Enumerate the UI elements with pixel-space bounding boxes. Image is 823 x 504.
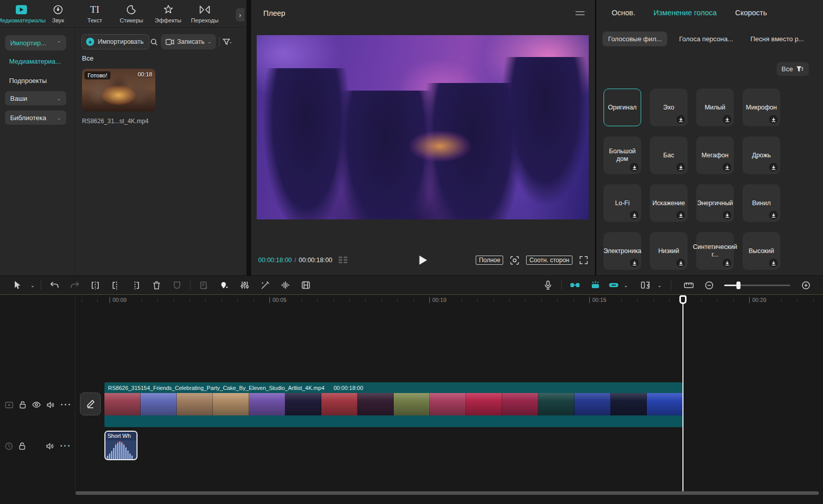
subtab-character-voices[interactable]: Голоса персона...: [673, 32, 738, 46]
voice-card-15[interactable]: Высокий: [743, 232, 780, 270]
subtab-voice-filters[interactable]: Голосовые фил...: [602, 32, 667, 46]
voice-card-7[interactable]: Дрожь: [743, 136, 780, 174]
playhead-handle[interactable]: [679, 295, 687, 304]
voice-card-14[interactable]: Синтетический г...: [696, 232, 734, 270]
tab-stickers[interactable]: Стикеры: [113, 0, 150, 27]
import-button[interactable]: + Импортировать: [81, 34, 149, 49]
filter-button[interactable]: ⌄: [223, 38, 233, 45]
trim-left-icon[interactable]: [105, 277, 126, 293]
snap-toggle-icon[interactable]: [565, 277, 585, 293]
voice-card-9[interactable]: Искажение: [650, 184, 688, 222]
voice-card-6[interactable]: Мегафон: [696, 136, 734, 174]
player-menu-icon[interactable]: [575, 11, 585, 15]
microphone-icon[interactable]: [538, 277, 558, 293]
tab-text[interactable]: TI Текст: [76, 0, 113, 27]
sidebar-item-subprojects[interactable]: Подпроекты: [9, 77, 47, 85]
import-button-label: Импортировать: [98, 38, 144, 45]
properties-tabs: Основ. Изменение голоса Скорость: [596, 0, 823, 25]
undo-icon[interactable]: [44, 277, 65, 293]
trim-right-icon[interactable]: [126, 277, 146, 293]
voice-card-5[interactable]: Бас: [650, 136, 688, 174]
zoom-in-icon[interactable]: [795, 277, 816, 293]
tab-transitions[interactable]: Переходы: [186, 0, 223, 27]
tab-speed[interactable]: Скорость: [735, 9, 767, 17]
voice-card-12[interactable]: Электроника: [603, 232, 641, 270]
camera-icon: [166, 39, 174, 45]
frame-view-icon[interactable]: [339, 257, 347, 264]
timeline-ruler-icon[interactable]: [678, 277, 699, 293]
voice-card-0[interactable]: Оригинал: [603, 89, 641, 126]
eye-icon[interactable]: [32, 402, 41, 408]
sidebar-item-yours[interactable]: Ваши ⌄: [5, 91, 66, 105]
sidebar-item-media[interactable]: Медиаматериа...: [9, 58, 61, 65]
tab-voice-change[interactable]: Изменение голоса: [653, 9, 717, 17]
record-button[interactable]: Записать ⌄: [161, 34, 216, 49]
zoom-out-icon[interactable]: [699, 277, 719, 293]
adjust-icon[interactable]: [234, 277, 255, 293]
subtab-song-instead[interactable]: Песня вместо р...: [745, 32, 809, 46]
audio-wave-icon[interactable]: [275, 277, 295, 293]
lock-icon[interactable]: [19, 442, 25, 450]
voice-card-1[interactable]: Эхо: [650, 89, 688, 126]
link-toggle-icon[interactable]: [606, 277, 622, 293]
mask-icon[interactable]: [167, 277, 187, 293]
filmstrip-thumbnail: [285, 393, 321, 415]
chevron-down-icon[interactable]: ⌄: [28, 277, 38, 293]
tab-effects-label: Эффекты: [155, 17, 181, 23]
smart-script-icon[interactable]: [194, 277, 214, 293]
voice-card-3[interactable]: Микрофон: [743, 89, 780, 126]
delete-icon[interactable]: [146, 277, 167, 293]
media-content: + Импортировать Записать ⌄ ⌄: [75, 28, 246, 275]
timeline-toolbar: ⌄: [0, 276, 823, 294]
focus-zoom-icon[interactable]: [510, 256, 519, 265]
marker-icon[interactable]: [214, 277, 234, 293]
tab-media[interactable]: Медиаматериалы: [3, 0, 40, 27]
lock-icon[interactable]: [19, 401, 26, 409]
quality-button[interactable]: Полное: [476, 256, 503, 265]
chevron-down-icon[interactable]: ⌄: [622, 277, 630, 293]
timeline[interactable]: 00:0000:0500:1000:1500:20 ··· ···: [0, 294, 823, 504]
more-options-icon[interactable]: ···: [61, 400, 72, 409]
voice-card-2[interactable]: Милый: [696, 89, 734, 126]
timeline-ruler[interactable]: 00:0000:0500:1000:1500:20: [0, 295, 823, 306]
aspect-ratio-button[interactable]: Соотн. сторон: [526, 256, 572, 265]
voice-card-10[interactable]: Энергичный: [696, 184, 734, 222]
voice-card-8[interactable]: Lo-Fi: [603, 184, 641, 222]
timeline-zoom-slider[interactable]: [724, 285, 790, 286]
tab-effects[interactable]: Эффекты: [150, 0, 186, 27]
play-button[interactable]: [419, 256, 427, 265]
tab-basic[interactable]: Основ.: [612, 9, 635, 17]
select-cursor-icon[interactable]: [7, 277, 28, 293]
fullscreen-icon[interactable]: [580, 256, 588, 264]
edit-cover-button[interactable]: [80, 393, 101, 415]
ruler-label: 00:05: [269, 297, 287, 303]
horizontal-scrollbar[interactable]: [75, 491, 819, 495]
sidebar-item-imported[interactable]: Импортир... ⌃: [5, 35, 66, 50]
playhead[interactable]: [679, 295, 687, 493]
voice-card-4[interactable]: Большой дом: [603, 136, 641, 174]
voice-card-11[interactable]: Винил: [743, 184, 780, 222]
player-video-preview[interactable]: [257, 35, 589, 219]
timeline-video-clip[interactable]: RS8626_315154_Friends_Celebrating_Party_…: [104, 382, 683, 427]
track-split-icon[interactable]: [635, 277, 655, 293]
redo-icon[interactable]: [65, 277, 85, 293]
tab-audio[interactable]: Звук: [40, 0, 76, 27]
search-icon[interactable]: [150, 38, 158, 46]
download-icon: [630, 163, 639, 172]
more-options-icon[interactable]: ···: [60, 441, 71, 451]
voice-filter-all-button[interactable]: Все: [777, 62, 809, 76]
freeze-frame-icon[interactable]: [295, 277, 316, 293]
split-icon[interactable]: [85, 277, 105, 293]
voice-card-13[interactable]: Низкий: [650, 232, 688, 270]
sidebar-item-library[interactable]: Библиотека ⌄: [5, 110, 66, 125]
mute-icon[interactable]: [47, 402, 54, 408]
voice-grid: ОригиналЭхоМилыйМикрофонБольшой домБасМе…: [603, 89, 780, 270]
chevron-down-icon[interactable]: ⌄: [655, 277, 664, 293]
tabs-next-button[interactable]: ›: [236, 8, 244, 21]
magic-edit-icon[interactable]: [255, 277, 275, 293]
timeline-audio-clip[interactable]: Short Wh: [104, 431, 138, 460]
ruler-label: 00:00: [109, 297, 127, 303]
media-clip-thumbnail[interactable]: Готово! 00:18: [82, 69, 155, 111]
preview-axis-icon[interactable]: [585, 277, 606, 293]
mute-icon[interactable]: [46, 443, 54, 450]
